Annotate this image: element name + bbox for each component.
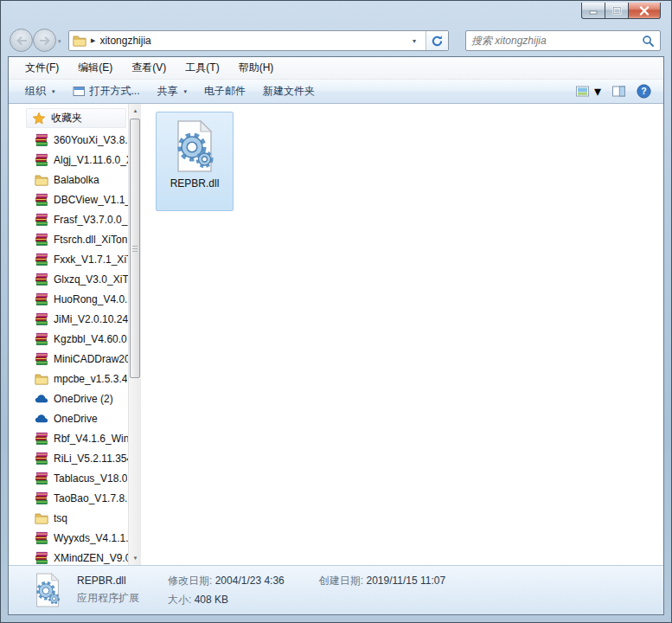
sidebar-item[interactable]: OneDrive (2) bbox=[9, 389, 128, 408]
share-dropdown-icon: ▾ bbox=[184, 88, 188, 95]
sidebar-item[interactable]: HuoRong_V4.0. bbox=[9, 289, 128, 309]
organize-button[interactable]: 组织 ▾ bbox=[17, 81, 63, 101]
search-input[interactable] bbox=[471, 35, 642, 47]
sidebar-scrollbar[interactable]: ▲ ▼ bbox=[128, 104, 141, 565]
archive-icon bbox=[35, 472, 48, 485]
details-file-type: 应用程序扩展 bbox=[77, 591, 168, 606]
search-icon[interactable] bbox=[642, 35, 655, 48]
sidebar-item[interactable]: Frasf_V3.7.0.0_X bbox=[9, 209, 128, 229]
star-icon bbox=[32, 112, 46, 125]
archive-icon bbox=[35, 253, 48, 267]
forward-arrow-icon bbox=[38, 35, 52, 47]
scrollbar-thumb[interactable] bbox=[130, 119, 140, 378]
breadcrumb-caret-icon[interactable]: ▶ bbox=[91, 37, 95, 44]
organize-label: 组织 bbox=[25, 84, 46, 99]
menu-bar: 文件(F) 编辑(E) 查看(V) 工具(T) 帮助(H) bbox=[9, 57, 663, 80]
favorites-header[interactable]: 收藏夹 bbox=[26, 108, 126, 128]
close-button[interactable] bbox=[629, 3, 661, 19]
sidebar-item[interactable]: RiLi_V5.2.11.354 bbox=[9, 448, 128, 468]
sidebar-item[interactable]: Kgzbbl_V4.60.0 bbox=[9, 329, 128, 349]
views-button[interactable]: ▾ bbox=[575, 83, 601, 100]
share-label: 共享 bbox=[157, 84, 178, 99]
sidebar-item[interactable]: tsq bbox=[9, 508, 128, 528]
file-item-selected[interactable]: REPBR.dll bbox=[156, 112, 234, 211]
menu-tools[interactable]: 工具(T) bbox=[176, 58, 228, 78]
address-dropdown-icon[interactable]: ▾ bbox=[406, 37, 422, 45]
file-size: 大小: 408 KB bbox=[168, 593, 285, 607]
sidebar-item[interactable]: XMindZEN_V9.0 bbox=[9, 548, 128, 565]
archive-icon bbox=[35, 153, 48, 167]
sidebar-item[interactable]: OneDrive bbox=[9, 408, 128, 428]
toolbar-right-group: ▾ ? bbox=[575, 83, 655, 100]
size-label: 大小: bbox=[168, 594, 191, 606]
history-dropdown-icon[interactable]: ▾ bbox=[58, 38, 61, 45]
sidebar-item[interactable]: Glxzq_V3.0_XiTo bbox=[9, 269, 128, 289]
details-identity: REPBR.dll 应用程序扩展 bbox=[77, 575, 168, 606]
archive-icon bbox=[35, 193, 48, 207]
folder-icon bbox=[35, 372, 48, 386]
sidebar-item-label: Fxxk_V1.7.1_XiT bbox=[54, 254, 128, 266]
refresh-button[interactable] bbox=[426, 31, 448, 50]
archive-icon bbox=[35, 531, 48, 545]
sidebar-item[interactable]: Rbf_V4.1.6_Win bbox=[9, 428, 128, 448]
created-date: 创建日期: 2019/11/15 11:07 bbox=[319, 574, 445, 588]
sidebar-item-label: DBCView_V1.1_X bbox=[54, 194, 128, 206]
sidebar-item-label: TaoBao_V1.7.8. bbox=[54, 492, 127, 504]
folder-icon bbox=[35, 511, 48, 525]
sidebar-item[interactable]: TaoBao_V1.7.8. bbox=[9, 488, 128, 508]
maximize-button[interactable] bbox=[605, 3, 629, 19]
sidebar-item-label: tsq bbox=[54, 512, 67, 524]
preview-pane-icon[interactable] bbox=[611, 85, 626, 98]
sidebar-item-label: Algj_V1.11.6.0_X bbox=[54, 154, 128, 166]
size-value: 408 KB bbox=[195, 594, 228, 606]
address-field[interactable]: ▶ xitongzhijia ▾ bbox=[69, 31, 426, 50]
views-dropdown-icon: ▾ bbox=[594, 83, 601, 100]
back-button[interactable] bbox=[10, 29, 33, 52]
sidebar-item[interactable]: mpcbe_v1.5.3.4 bbox=[9, 369, 128, 389]
details-file-name: REPBR.dll bbox=[77, 575, 168, 587]
scroll-down-icon[interactable]: ▼ bbox=[129, 551, 142, 565]
sidebar-item[interactable]: Ftsrch.dll_XiTon bbox=[9, 229, 128, 249]
sidebar-item-label: Balabolka bbox=[54, 174, 99, 186]
archive-icon bbox=[35, 491, 48, 505]
sidebar-item[interactable]: JiMi_V2.0.10.24 bbox=[9, 309, 128, 329]
menu-view[interactable]: 查看(V) bbox=[122, 58, 176, 78]
archive-icon bbox=[35, 551, 48, 565]
dll-file-icon-small bbox=[29, 572, 66, 608]
share-button[interactable]: 共享 ▾ bbox=[150, 81, 195, 101]
sidebar-item[interactable]: DBCView_V1.1_X bbox=[9, 189, 128, 209]
details-pane: REPBR.dll 应用程序扩展 修改日期: 2004/1/23 4:36 创建… bbox=[9, 565, 663, 614]
address-bar[interactable]: ▶ xitongzhijia ▾ bbox=[68, 30, 449, 51]
menu-edit[interactable]: 编辑(E) bbox=[68, 58, 122, 78]
email-button[interactable]: 电子邮件 bbox=[196, 81, 253, 101]
file-list-pane[interactable]: REPBR.dll bbox=[141, 104, 663, 565]
content-area: 收藏夹 360YouXi_V3.8.7 bbox=[9, 104, 663, 565]
sidebar-item[interactable]: 360YouXi_V3.8.7 bbox=[9, 130, 128, 150]
menu-file[interactable]: 文件(F) bbox=[16, 58, 68, 78]
sidebar-item[interactable]: Fxxk_V1.7.1_XiT bbox=[9, 249, 128, 269]
minimize-button[interactable] bbox=[581, 3, 605, 19]
sidebar-item[interactable]: Tablacus_V18.0 bbox=[9, 468, 128, 488]
spacer-cell bbox=[319, 593, 445, 607]
sidebar-item[interactable]: Balabolka bbox=[9, 170, 128, 189]
breadcrumb-path[interactable]: xitongzhijia bbox=[99, 35, 402, 47]
onedrive-cloud-icon bbox=[35, 392, 48, 406]
menu-help[interactable]: 帮助(H) bbox=[229, 58, 284, 78]
scroll-up-icon[interactable]: ▲ bbox=[129, 104, 142, 118]
sidebar-item[interactable]: Wyyxds_V4.1.1.1 bbox=[9, 528, 128, 548]
new-folder-button[interactable]: 新建文件夹 bbox=[255, 81, 323, 101]
modified-label: 修改日期: bbox=[168, 575, 212, 587]
sidebar-item[interactable]: Algj_V1.11.6.0_X bbox=[9, 150, 128, 170]
refresh-icon bbox=[431, 35, 444, 48]
search-box[interactable] bbox=[465, 30, 661, 51]
navigation-pane: 收藏夹 360YouXi_V3.8.7 bbox=[9, 104, 141, 565]
sidebar-item-label: Wyyxds_V4.1.1.1 bbox=[54, 532, 128, 544]
open-with-button[interactable]: 打开方式... bbox=[65, 81, 148, 101]
help-icon[interactable]: ? bbox=[637, 84, 651, 99]
favorites-label: 收藏夹 bbox=[51, 111, 82, 125]
sidebar-item-label: MiniCADDraw20 bbox=[54, 353, 128, 365]
forward-button[interactable] bbox=[33, 29, 56, 52]
sidebar-item[interactable]: MiniCADDraw20 bbox=[9, 349, 128, 369]
maximize-icon bbox=[612, 6, 622, 15]
created-value: 2019/11/15 11:07 bbox=[366, 575, 445, 587]
